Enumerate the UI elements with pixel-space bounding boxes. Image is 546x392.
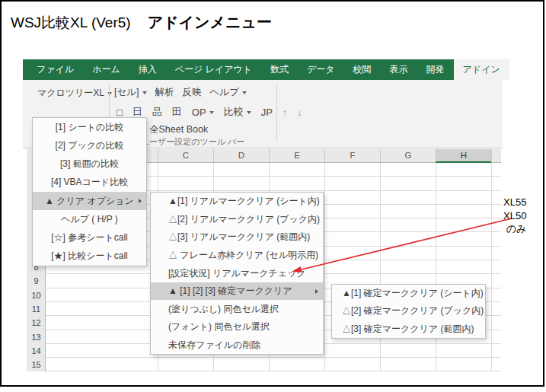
dropdown-arrow-icon <box>107 92 112 95</box>
annotation-text: XL55 XL50 のみ <box>503 196 527 236</box>
dropdown-arrow-icon <box>142 91 147 94</box>
menu-item-unsaved-file-delete[interactable]: 未保存ファイルの削除 <box>151 336 323 355</box>
jp-button[interactable]: JP <box>261 107 273 118</box>
down-arrow-icon[interactable]: ↓ <box>297 107 302 118</box>
submenu-arrow-icon <box>139 199 142 203</box>
menu-item-range-compare[interactable]: [3] 範囲の比較 <box>33 155 146 174</box>
annotation-line-1: XL55 <box>503 196 527 209</box>
menu-item-frame-red-clear[interactable]: △ フレーム赤枠クリア (セル明示用) <box>151 247 323 265</box>
page-title: WSJ比較XL (Ver5) アドインメニュー <box>11 12 272 33</box>
column-header-partial[interactable] <box>491 149 501 163</box>
column-header-h-selected[interactable]: H <box>436 149 491 163</box>
ta-icon-button[interactable]: 田 <box>172 105 182 119</box>
column-header-g[interactable]: G <box>380 149 436 163</box>
page-title-prefix: WSJ比較XL (Ver5) <box>11 13 131 33</box>
tab-view[interactable]: 表示 <box>381 59 417 80</box>
menu-item-hikaku-sheet-call[interactable]: [★] 比較シートcall <box>33 247 146 266</box>
tab-review[interactable]: 校閲 <box>344 59 381 80</box>
dropdown-arrow-icon <box>247 111 251 114</box>
menu-item-help[interactable]: ヘルプ ( H/P ) <box>33 210 146 228</box>
hanei-button[interactable]: 反映 <box>183 86 202 99</box>
column-header-d[interactable]: D <box>213 149 269 163</box>
row-header-13[interactable]: 13 <box>27 330 46 344</box>
tab-home[interactable]: ホーム <box>83 59 129 80</box>
menu-item-clear-options[interactable]: ▲ クリア オプション <box>33 192 146 210</box>
submenu-arrow-icon <box>315 289 318 294</box>
menu-item-real-mark-clear-book[interactable]: △[2] リアルマーククリア (ブック内) <box>151 211 323 229</box>
op-menu-label: OP <box>192 107 206 118</box>
menu-item-real-mark-clear-sheet[interactable]: ▲[1] リアルマーククリア (シート内) <box>151 193 323 211</box>
menu-item-real-mark-check[interactable]: [設定状況] リアルマークチェック <box>151 264 323 282</box>
menu-item-clear-options-label: ▲ クリア オプション <box>45 195 134 208</box>
macro-tree-xl-button[interactable]: マクロツリーXL <box>40 85 110 101</box>
page-title-main: アドインメニュー <box>148 12 272 33</box>
menu-item-kakutei-clear-book[interactable]: △[2] 確定マーククリア (ブック内) <box>332 302 485 320</box>
menu-item-sheet-compare[interactable]: [1] シートの比較 <box>33 118 146 136</box>
tab-data[interactable]: データ <box>298 59 344 80</box>
up-arrow-icon[interactable]: ↑ <box>283 107 288 118</box>
row-header-12[interactable]: 12 <box>27 316 46 330</box>
hikaku-menu-button[interactable]: 比較 <box>224 105 251 119</box>
row-header-15[interactable]: 15 <box>27 358 46 371</box>
clear-options-submenu: ▲[1] リアルマーククリア (シート内) △[2] リアルマーククリア (ブッ… <box>150 192 324 355</box>
menu-item-vba-compare[interactable]: [4] VBAコード比較 <box>33 174 146 192</box>
tab-file[interactable]: ファイル <box>27 59 83 80</box>
menu-item-kakutei-mark-clear[interactable]: ▲ [1] [2] [3] 確定マーククリア <box>151 282 323 301</box>
row-header-11[interactable]: 11 <box>27 302 46 316</box>
menu-item-kakutei-mark-clear-label: ▲ [1] [2] [3] 確定マーククリア <box>168 285 292 298</box>
menu-item-book-compare[interactable]: [2] ブックの比較 <box>33 136 146 155</box>
help-menu-button[interactable]: ヘルプ <box>210 86 247 99</box>
toolbar-row-1: [セル] 解析 反映 ヘルプ <box>114 86 247 99</box>
menu-item-kakutei-clear-range[interactable]: △[3] 確定マーククリア (範囲内) <box>332 320 485 338</box>
column-header-e[interactable]: E <box>269 149 324 163</box>
menu-item-fill-same-color-select[interactable]: (塗りつぶし) 同色セル選択 <box>151 300 323 318</box>
macro-tree-xl-label: マクロツリーXL <box>37 87 104 100</box>
row-header-10[interactable]: 10 <box>27 288 46 302</box>
hikaku-menu-label: 比較 <box>224 106 244 117</box>
op-menu-button[interactable]: OP <box>192 107 214 118</box>
annotation-line-2: XL50 <box>503 209 527 223</box>
dropdown-arrow-icon <box>209 111 214 114</box>
column-header-c[interactable]: C <box>158 149 213 163</box>
kaiseki-button[interactable]: 解析 <box>155 86 174 99</box>
help-menu-label: ヘルプ <box>210 87 239 97</box>
column-header-f[interactable]: F <box>324 149 380 163</box>
screenshot-page: WSJ比較XL (Ver5) アドインメニュー ファイル ホーム 挿入 ページ … <box>0 0 546 392</box>
kakutei-mark-clear-submenu: ▲[1] 確定マーククリア (シート内) △[2] 確定マーククリア (ブック内… <box>331 284 486 339</box>
square-icon-button[interactable]: □ <box>117 107 123 118</box>
shina-icon-button[interactable]: 品 <box>152 105 162 119</box>
tab-developer[interactable]: 開発 <box>417 59 454 80</box>
cell-menu-button[interactable]: [セル] <box>114 86 147 99</box>
row-header-14[interactable]: 14 <box>27 344 46 358</box>
wsj-dropdown-menu: [1] シートの比較 [2] ブックの比較 [3] 範囲の比較 [4] VBAコ… <box>32 117 147 266</box>
menu-item-real-mark-clear-range[interactable]: △[3] リアルマーククリア (範囲内) <box>151 228 323 247</box>
tab-page-layout[interactable]: ページ レイアウト <box>166 59 261 80</box>
dropdown-arrow-icon <box>242 91 247 94</box>
cell-menu-label: [セル] <box>114 87 139 97</box>
ribbon-tab-bar: ファイル ホーム 挿入 ページ レイアウト 数式 データ 校閲 表示 開発 アド… <box>23 59 503 80</box>
all-sheet-book-button[interactable]: 全Sheet Book <box>149 123 208 136</box>
tab-formulas[interactable]: 数式 <box>261 59 298 80</box>
menu-item-sanko-sheet-call[interactable]: [☆] 参考シートcall <box>33 229 146 247</box>
menu-item-font-same-color-select[interactable]: (フォント) 同色セル選択 <box>151 318 323 336</box>
row-header-9[interactable]: 9 <box>27 274 46 288</box>
menu-item-kakutei-clear-sheet[interactable]: ▲[1] 確定マーククリア (シート内) <box>332 285 485 302</box>
tab-addins[interactable]: アドイン <box>454 59 509 80</box>
annotation-line-3: のみ <box>503 222 527 236</box>
tab-insert[interactable]: 挿入 <box>129 59 166 80</box>
